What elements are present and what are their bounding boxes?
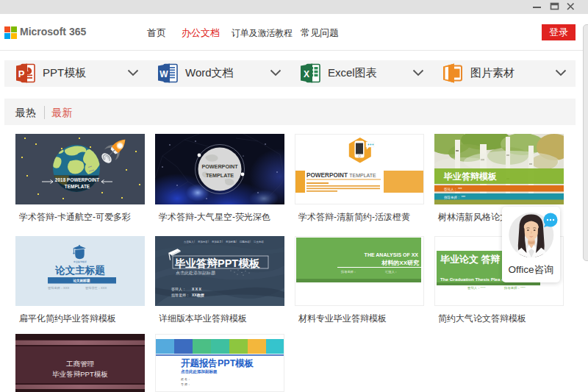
- svg-text:POWERPOINT TEMPLATE: POWERPOINT TEMPLATE: [306, 172, 376, 179]
- svg-text:2018 POWERPOINT: 2018 POWERPOINT: [55, 177, 99, 182]
- svg-text:毕业答辩PPT模板: 毕业答辩PPT模板: [174, 257, 260, 269]
- svg-text:P: P: [18, 68, 25, 79]
- svg-text:材料的XX研究: 材料的XX研究: [381, 260, 420, 266]
- svg-text:论文总结: 论文总结: [254, 240, 264, 243]
- svg-text:汇报人：: 汇报人：: [385, 270, 398, 274]
- svg-text:论文主标题: 论文主标题: [54, 265, 105, 276]
- svg-text:THE ANALYSIS OF XX: THE ANALYSIS OF XX: [365, 252, 419, 257]
- svg-text:指导老师： ***: 指导老师： ***: [444, 196, 465, 199]
- svg-text:毕业论文 答辩: 毕业论文 答辩: [440, 254, 501, 265]
- svg-text:添加目录: 添加目录: [212, 240, 222, 243]
- svg-text:XX教授: XX教授: [192, 293, 205, 298]
- svg-text:W: W: [159, 69, 168, 79]
- svg-text:指导老师：****: 指导老师：****: [503, 286, 526, 290]
- svg-text:指导老师：: 指导老师：: [340, 270, 356, 274]
- svg-text:点击此处添加副标题: 点击此处添加副标题: [181, 369, 218, 374]
- svg-text:点击此处添加副标题: 点击此处添加副标题: [176, 270, 215, 276]
- svg-text:指导老师：: 指导老师：: [171, 293, 190, 297]
- svg-text:工商管理: 工商管理: [66, 360, 95, 368]
- svg-text:问题总结: 问题总结: [240, 240, 250, 243]
- svg-text:毕业答辩PPT模板: 毕业答辩PPT模板: [52, 370, 108, 378]
- svg-text:添加标题: 添加标题: [226, 240, 236, 243]
- svg-text:TEMPLATE: TEMPLATE: [206, 172, 234, 179]
- svg-text:论文副标题: 论文副标题: [73, 278, 90, 283]
- svg-text:答辩人：: 答辩人：: [171, 287, 186, 292]
- svg-text:Office咨询: Office咨询: [508, 264, 553, 275]
- svg-text:点击输入: 点击输入: [184, 240, 194, 243]
- svg-text:POWERPOINT: POWERPOINT: [201, 163, 238, 170]
- svg-text:毕业答辩模板: 毕业答辩模板: [74, 260, 87, 263]
- svg-text:X X X: X X X: [192, 287, 201, 291]
- svg-text:TEMPLATE: TEMPLATE: [65, 184, 90, 189]
- svg-text:毕业答辩模板: 毕业答辩模板: [443, 171, 497, 182]
- svg-text:导 师：: 导 师：: [181, 382, 190, 386]
- svg-text:答辩人：****: 答辩人：****: [467, 286, 486, 290]
- svg-text:开题报告PPT模板: 开题报告PPT模板: [180, 358, 254, 368]
- svg-text:姓 名：: 姓 名：: [181, 377, 190, 381]
- svg-text:添加内容: 添加内容: [198, 240, 208, 243]
- svg-text:X: X: [304, 69, 309, 79]
